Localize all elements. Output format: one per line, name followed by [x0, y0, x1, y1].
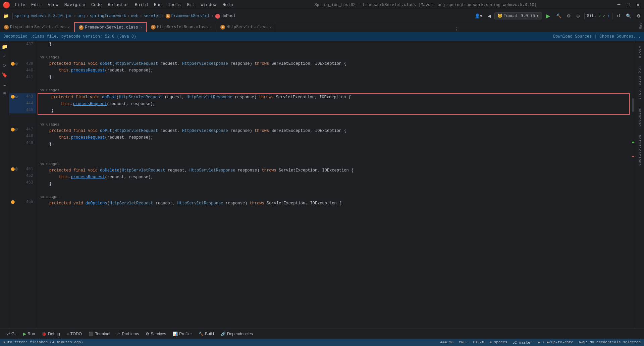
status-encoding[interactable]: UTF-8: [473, 340, 484, 344]
breadcrumb-springframework[interactable]: springframework: [90, 14, 126, 18]
code-line-442: [36, 81, 631, 87]
choose-sources-link[interactable]: Choose Sources...: [600, 34, 641, 39]
toolbar-project-btn[interactable]: 📁: [1, 12, 11, 19]
line-num-447: ⬤ @ 447: [9, 126, 36, 133]
bottom-services-btn[interactable]: ⚙ Services: [143, 331, 169, 337]
tab-close-dispatcherservlet[interactable]: ✕: [68, 25, 70, 30]
bottom-git-btn[interactable]: ⎇ Git: [3, 331, 19, 337]
menu-file[interactable]: File: [12, 2, 28, 8]
sidebar-structure-icon[interactable]: ≡: [0, 89, 9, 98]
toolbar-sep3: [612, 13, 612, 19]
sidebar-right-notifications[interactable]: Notifications: [636, 131, 643, 170]
breadcrumb-sep3: ›: [127, 14, 130, 18]
breadcrumb-sep2: ›: [86, 14, 89, 18]
close-button[interactable]: ✕: [635, 1, 641, 8]
run-button[interactable]: ▶: [543, 12, 553, 20]
sidebar-project-icon[interactable]: 📁: [0, 42, 9, 51]
toolbar-undo-btn[interactable]: ↺: [615, 12, 623, 19]
menu-window[interactable]: Window: [198, 2, 219, 8]
maven-tab[interactable]: Maven: [637, 22, 644, 32]
menu-code[interactable]: Code: [89, 2, 104, 8]
menu-git[interactable]: Git: [184, 2, 197, 8]
sidebar-commit-icon[interactable]: ✓: [0, 52, 9, 60]
scroll-thumb[interactable]: [632, 98, 634, 112]
gutter-arrow-447[interactable]: ⬤: [11, 126, 15, 133]
breadcrumb: spring-webmvc-5.3.10.jar › org › springf…: [14, 12, 236, 20]
run-config-icon: 🐱: [497, 13, 502, 18]
code-line-440: this.processRequest(request, response);: [36, 67, 631, 74]
tabs-overflow-btn[interactable]: ⋮: [452, 27, 462, 32]
tab-close-frameworkservlet[interactable]: ✕: [140, 25, 143, 30]
status-branch[interactable]: ⎇ master: [513, 340, 532, 345]
breadcrumb-jar[interactable]: spring-webmvc-5.3.10.jar: [14, 14, 72, 18]
git-push[interactable]: ↑: [607, 14, 610, 18]
sidebar-bookmark-icon[interactable]: 🔖: [0, 70, 9, 79]
tab-httpservlet[interactable]: C HttpServlet.class ✕: [216, 22, 276, 32]
breadcrumb-org[interactable]: org: [77, 14, 85, 18]
bottom-debug-btn[interactable]: 🐞 Debug: [39, 331, 62, 337]
tab-close-httpservlet[interactable]: ✕: [270, 25, 272, 30]
status-lineending[interactable]: CRLF: [459, 340, 468, 344]
profile-btn[interactable]: ⊕: [574, 12, 582, 19]
breadcrumb-method-name[interactable]: doPost: [221, 14, 236, 18]
minimize-button[interactable]: ─: [615, 1, 622, 8]
menu-refactor[interactable]: Refactor: [105, 2, 131, 8]
run-config[interactable]: 🐱 Tomcat 9.0.75 ▾: [494, 12, 542, 19]
menu-build[interactable]: Build: [132, 2, 151, 8]
gutter-arrow-439[interactable]: ⬤: [11, 60, 15, 67]
tab-dispatcherservlet[interactable]: C DispatcherServlet.class ✕: [0, 22, 74, 32]
bottom-problems-btn[interactable]: ⚠ Problems: [114, 331, 142, 337]
code-line-441: }: [36, 74, 631, 81]
status-aws[interactable]: AWS: No credentials selected: [579, 340, 641, 344]
tab-frameworkservlet[interactable]: C FrameworkServlet.class ✕: [74, 22, 147, 32]
breadcrumb-class[interactable]: C FrameworkServlet: [166, 14, 210, 18]
line-num-439: ⬤ @ 439: [9, 60, 36, 67]
sidebar-right-database[interactable]: Database: [636, 104, 643, 131]
breadcrumb-class-name[interactable]: FrameworkServlet: [171, 14, 210, 18]
code-scroll[interactable]: 437 ⬤ @ 439 440 441: [9, 41, 635, 329]
gutter-arrow-443[interactable]: ⬤: [11, 93, 15, 100]
menu-tools[interactable]: Tools: [165, 2, 183, 8]
sidebar-right-bigdata[interactable]: Big Data Tools: [636, 62, 643, 104]
menu-view[interactable]: View: [45, 2, 61, 8]
toolbar-user-btn[interactable]: 👤▾: [473, 12, 484, 19]
tab-httpservletbean[interactable]: C HttpServletBean.class ✕: [147, 22, 216, 32]
code-line-452: this.processRequest(request, response);: [36, 174, 631, 181]
download-sources-link[interactable]: Download Sources: [553, 34, 592, 39]
menu-run[interactable]: Run: [151, 2, 164, 8]
breadcrumb-servlet[interactable]: servlet: [144, 14, 160, 18]
bottom-run-btn[interactable]: ▶ Run: [20, 331, 38, 337]
menu-edit[interactable]: Edit: [29, 2, 44, 8]
menu-navigate[interactable]: Navigate: [62, 2, 88, 8]
maximize-button[interactable]: □: [625, 1, 632, 8]
menu-help[interactable]: Help: [220, 2, 235, 8]
breadcrumb-web[interactable]: web: [131, 14, 139, 18]
bottom-profiler-btn[interactable]: 📊 Profiler: [170, 331, 195, 337]
sidebar-pullreq-icon[interactable]: ⟳: [0, 61, 9, 70]
bottom-dependencies-btn[interactable]: 🔗 Dependencies: [218, 331, 256, 337]
tab-close-httpservletbean[interactable]: ✕: [210, 25, 212, 30]
toolbar-back-btn[interactable]: ◀: [486, 12, 493, 19]
code-line-445: }: [38, 107, 629, 114]
coverage-btn[interactable]: ⚙: [565, 12, 573, 19]
toolbar-settings-btn[interactable]: ⚙: [635, 12, 643, 19]
code-line-empty1: [36, 48, 631, 54]
git-check1[interactable]: ✓: [598, 13, 601, 18]
bottom-todo-btn[interactable]: ≡ TODO: [64, 331, 85, 337]
build-btn[interactable]: 🔨: [554, 12, 564, 19]
sidebar-aws-icon[interactable]: ☁: [0, 80, 9, 89]
sidebar-right-maven[interactable]: Maven: [636, 42, 643, 62]
bottom-terminal-btn[interactable]: ⬛ Terminal: [86, 331, 113, 337]
breadcrumb-sep6: ›: [211, 14, 214, 18]
gutter-arrow-455[interactable]: ⬤: [11, 200, 15, 204]
gutter-arrow-451[interactable]: ⬤: [11, 166, 15, 172]
bottom-build-btn[interactable]: 🔨 Build: [196, 331, 217, 337]
status-position[interactable]: 444:26: [440, 340, 453, 344]
git-check2[interactable]: ✓: [603, 13, 605, 18]
status-indentation[interactable]: 4 spaces: [490, 340, 507, 344]
run-config-arrow: ▾: [536, 13, 539, 18]
bottom-terminal-label: Terminal: [95, 332, 110, 336]
toolbar-search-btn[interactable]: 🔍: [624, 12, 633, 19]
scroll-indicator[interactable]: [631, 41, 635, 329]
breadcrumb-method[interactable]: ⬤ doPost: [215, 13, 236, 19]
